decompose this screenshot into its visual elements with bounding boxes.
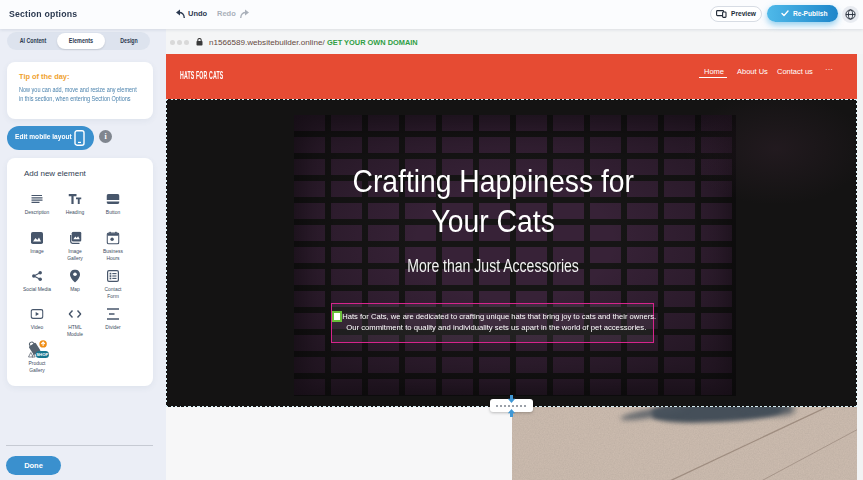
svg-text:SHOP: SHOP	[36, 352, 48, 357]
